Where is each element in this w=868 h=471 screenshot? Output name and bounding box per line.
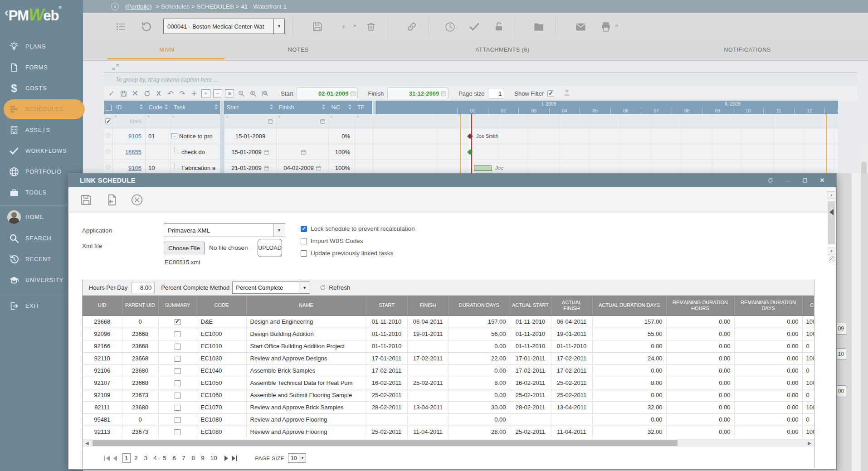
table-horizontal-scrollbar[interactable]: ◀ ▶ [83, 439, 814, 447]
scroll-up-icon[interactable]: ▲ [828, 191, 835, 199]
summary-checkbox[interactable] [175, 380, 180, 386]
tab-notifications[interactable]: NOTIFICATIONS [704, 41, 790, 59]
update-linked-checkbox[interactable] [301, 250, 307, 257]
breadcrumb-portfolio-link[interactable]: (Portfolio) [125, 3, 152, 10]
summary-checkbox[interactable] [175, 368, 180, 374]
milestone-marker[interactable] [467, 133, 473, 139]
summary-checkbox[interactable] [175, 429, 180, 435]
table-row[interactable]: 92110 23668 EC1030 Review and Approve De… [83, 352, 814, 364]
finish-date-input[interactable]: 31-12-2009 [387, 87, 449, 99]
zoom-fit-icon[interactable] [259, 88, 271, 98]
calendar-icon[interactable] [348, 91, 357, 97]
summary-checkbox[interactable] [175, 344, 180, 350]
scrollbar-thumb[interactable] [93, 440, 678, 446]
summary-checkbox[interactable] [175, 417, 180, 423]
history-icon[interactable] [138, 19, 154, 34]
last-page-button[interactable] [232, 456, 237, 461]
redo-icon[interactable]: ↷ [176, 88, 188, 98]
undo-icon[interactable]: ↶ [165, 88, 176, 98]
accept-icon[interactable]: ✓ [106, 88, 117, 98]
page-number[interactable]: 2 [132, 454, 140, 462]
close-icon[interactable]: × [816, 176, 828, 185]
tab-main[interactable]: MAIN [128, 41, 205, 59]
summary-checkbox[interactable] [175, 356, 180, 362]
summary-checkbox[interactable] [175, 405, 180, 411]
minimize-icon[interactable]: — [782, 176, 794, 185]
page-size-select[interactable]: 10 ▼ [288, 453, 306, 463]
task-id-link[interactable]: 9106 [113, 165, 145, 171]
gantt-task-bar[interactable] [474, 165, 492, 171]
export-excel-icon[interactable]: X [153, 88, 165, 98]
sort-icon[interactable] [214, 104, 218, 111]
refresh-icon[interactable] [141, 88, 153, 98]
collapse-panel-icon[interactable] [829, 209, 834, 215]
page-number[interactable]: 5 [161, 454, 169, 462]
pane-splitter[interactable] [220, 101, 224, 114]
cancel-icon[interactable] [129, 192, 145, 208]
col-code[interactable]: CODE [197, 296, 246, 316]
table-row[interactable]: 92111 23680 EC1070 Review and Approve Br… [83, 401, 814, 413]
col-remaining-duration-days[interactable]: REMAINING DURATION DAYS [734, 296, 802, 316]
hours-per-day-input[interactable]: 8.00 [131, 282, 155, 293]
import-wbs-checkbox[interactable] [301, 238, 307, 244]
col-tf[interactable]: TF [354, 101, 372, 114]
col-actual-duration-days[interactable]: ACTUAL DURATION DAYS [592, 296, 666, 316]
sidebar-item-schedules[interactable]: SCHEDULES [0, 99, 83, 120]
filter-id[interactable]: NaN [113, 114, 146, 128]
summary-checkbox[interactable] [175, 331, 180, 337]
import-wbs-option[interactable]: Import WBS Codes [301, 238, 363, 244]
zoom-out-icon[interactable] [235, 88, 247, 98]
save-icon[interactable] [78, 192, 94, 208]
group-by-bar[interactable]: To group by, drag column caption here ..… [104, 73, 857, 86]
outline-icon[interactable]: ≡ [225, 89, 234, 97]
clock-icon[interactable] [442, 19, 458, 34]
table-row[interactable]: 92109 23673 EC1060 Assemble and Submit F… [83, 389, 814, 401]
col-id[interactable]: ID [113, 101, 146, 114]
add-dropdown-icon[interactable]: |▾ [353, 24, 356, 28]
col-parent-uid[interactable]: PARENT UID [122, 296, 158, 316]
zoom-in-icon[interactable] [247, 88, 259, 98]
col-duration-days[interactable]: DURATION DAYS [449, 296, 510, 316]
table-row[interactable]: 92106 23680 EC1040 Assemble Brick Sample… [83, 364, 814, 377]
summary-checkbox[interactable] [175, 319, 180, 325]
choose-file-button[interactable]: Choose File [164, 242, 205, 254]
folder-icon[interactable] [531, 19, 546, 34]
filter-row-checkbox[interactable] [105, 118, 111, 124]
col-actual-start[interactable]: ACTUAL START [510, 296, 551, 316]
page-number[interactable]: 9 [199, 454, 207, 462]
prev-page-button[interactable] [113, 456, 117, 461]
sort-icon[interactable] [269, 104, 273, 111]
pmweb-logo[interactable]: ‹PMWeb® [0, 0, 83, 28]
update-linked-option[interactable]: Update previously linked tasks [301, 250, 393, 257]
print-icon[interactable] [598, 19, 614, 34]
import-icon[interactable] [104, 192, 119, 208]
modal-title-bar[interactable]: LINK SCHEDULE — × [68, 174, 836, 187]
select-all-cell[interactable] [104, 101, 113, 114]
add-icon[interactable]: ＋ [336, 19, 351, 34]
person-icon[interactable] [562, 88, 571, 99]
save-grid-icon[interactable] [117, 88, 129, 98]
table-row[interactable]: 92166 23668 EC1010 Start Office Building… [83, 340, 814, 352]
page-number[interactable]: 4 [151, 454, 159, 462]
expand-all-icon[interactable]: + [201, 89, 210, 97]
tab-attachments[interactable]: ATTACHMENTS (6) [459, 41, 546, 59]
lock-schedule-option[interactable]: Lock schedule to prevent recalculation [301, 225, 415, 232]
link-icon[interactable] [404, 19, 419, 34]
col-complete[interactable]: COM [802, 296, 814, 316]
summary-checkbox[interactable] [175, 393, 180, 398]
col-pct[interactable]: %C [328, 101, 354, 114]
filter-task[interactable] [171, 114, 220, 128]
expand-icon[interactable] [112, 63, 119, 73]
page-number[interactable]: 1 [122, 453, 131, 463]
next-page-button[interactable] [224, 456, 228, 461]
sidebar-item-forms[interactable]: FORMS [0, 57, 83, 78]
task-id-link[interactable]: 16655 [113, 149, 145, 155]
col-task[interactable]: Task [171, 101, 220, 114]
delete-icon[interactable] [363, 19, 379, 34]
tab-notes[interactable]: NOTES [260, 41, 337, 59]
col-finish[interactable]: FINISH [407, 296, 449, 316]
save-icon[interactable] [310, 19, 325, 34]
sidebar-item-assets[interactable]: ASSETS [0, 120, 83, 141]
first-page-button[interactable] [104, 456, 110, 461]
filter-code[interactable] [146, 114, 171, 128]
